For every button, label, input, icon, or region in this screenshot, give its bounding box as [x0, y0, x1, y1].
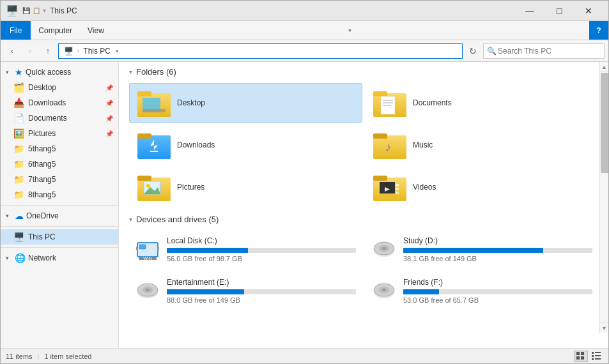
qa-chevron-icon: ▾ [6, 69, 12, 75]
sidebar-downloads-label: Downloads [28, 98, 66, 107]
minimize-button[interactable]: — [515, 1, 544, 21]
scrollbar[interactable]: ▲ ▼ [599, 62, 608, 333]
svg-rect-36 [136, 246, 138, 250]
menu-help[interactable]: ? [589, 21, 608, 40]
onedrive-header[interactable]: ▾ ☁ OneDrive [1, 208, 118, 224]
forward-button[interactable]: › [22, 43, 38, 59]
details-view-btn[interactable] [589, 351, 603, 362]
drive-c-space: 56.0 GB free of 98.7 GB [167, 255, 356, 262]
svg-rect-16 [373, 133, 387, 139]
menu-bar: File Computer View ▾ ? [1, 21, 608, 40]
quick-access-label: Quick access [26, 68, 71, 77]
svg-rect-56 [592, 355, 594, 357]
sidebar-item-downloads[interactable]: 📥 Downloads 📌 [1, 95, 118, 110]
sidebar-8thang5-label: 8thang5 [28, 190, 56, 199]
svg-rect-59 [595, 358, 601, 360]
drive-c-icon: WIN [135, 238, 160, 262]
drives-section-title: Devices and drives (5) [136, 215, 219, 224]
sidebar-item-6thang5[interactable]: 📁 6thang5 [1, 156, 118, 172]
svg-rect-2 [137, 91, 151, 96]
pin-icon-downloads: 📌 [105, 100, 113, 107]
drive-item-e[interactable]: Entertainment (E:) 88.0 GB free of 149 G… [129, 272, 362, 310]
documents-folder-name: Documents [413, 98, 452, 107]
drive-d-bar-bg [403, 248, 592, 253]
drive-f-space: 53.0 GB free of 65.7 GB [403, 296, 592, 304]
drives-section-header[interactable]: ▾ Devices and drives (5) [129, 215, 598, 224]
svg-text:WIN: WIN [143, 255, 152, 260]
address-breadcrumb[interactable]: 🖥️ › This PC ▾ [58, 43, 463, 59]
folder-item-music[interactable]: ♪ Music [365, 125, 598, 165]
drives-grid: WIN Local Disk (C:) 56.0 GB free of 98.7… [129, 231, 598, 310]
sidebar-item-7thang5[interactable]: 📁 7thang5 [1, 172, 118, 187]
drive-c-bar-bg [167, 248, 356, 253]
drive-d-info: Study (D:) 38.1 GB free of 149 GB [403, 236, 592, 262]
network-chevron-icon: ▾ [6, 255, 12, 261]
svg-rect-6 [373, 91, 387, 96]
search-wrapper: 🔍 [483, 43, 605, 59]
drive-f-bar-fill [403, 289, 439, 294]
search-input[interactable] [483, 43, 605, 59]
drive-d-space: 38.1 GB free of 149 GB [403, 255, 592, 262]
qa-dropdown-icon[interactable]: ▾ [43, 7, 46, 14]
sidebar-section-thispc: 🖥️ This PC [1, 229, 118, 245]
svg-rect-27 [396, 184, 399, 186]
scroll-up-btn[interactable]: ▲ [600, 62, 609, 72]
folder-item-videos[interactable]: Videos [365, 167, 598, 207]
videos-folder-name: Videos [413, 183, 436, 192]
drive-c-info: Local Disk (C:) 56.0 GB free of 98.7 GB [167, 236, 356, 262]
address-bar: ‹ › ↑ 🖥️ › This PC ▾ ↻ 🔍 [1, 40, 608, 62]
network-label: Network [28, 254, 56, 262]
svg-point-21 [146, 184, 150, 188]
downloads-folder-icon-large [137, 131, 171, 159]
menu-file[interactable]: File [1, 21, 31, 40]
sidebar-6thang5-label: 6thang5 [28, 160, 56, 169]
folders-section-header[interactable]: ▾ Folders (6) [129, 67, 598, 77]
pictures-folder-icon-large [137, 173, 171, 201]
drive-item-c[interactable]: WIN Local Disk (C:) 56.0 GB free of 98.7… [129, 231, 362, 268]
drive-item-d[interactable]: Study (D:) 38.1 GB free of 149 GB [366, 231, 598, 268]
svg-rect-37 [157, 246, 159, 250]
pictures-folder-name: Pictures [177, 183, 204, 192]
ribbon-expand-icon[interactable]: ▾ [348, 21, 351, 40]
large-icons-view-btn[interactable] [574, 351, 588, 362]
folder-item-desktop[interactable]: Desktop [129, 83, 362, 123]
folder-item-pictures[interactable]: Pictures [129, 167, 362, 207]
thispc-icon: 🖥️ [13, 232, 24, 242]
computer-icon: 🖥️ [64, 47, 73, 56]
menu-computer[interactable]: Computer [31, 21, 80, 40]
up-button[interactable]: ↑ [40, 43, 56, 59]
sidebar-item-thispc[interactable]: 🖥️ This PC [1, 229, 118, 245]
folders-grid: Desktop [129, 83, 598, 207]
sidebar-pictures-label: Pictures [28, 129, 56, 138]
folder-8-icon: 📁 [13, 190, 24, 200]
svg-rect-19 [137, 176, 151, 181]
sidebar-documents-label: Documents [28, 114, 67, 123]
scroll-down-btn[interactable]: ▼ [600, 322, 609, 333]
downloads-folder-icon: 📥 [13, 98, 24, 108]
sidebar-item-pictures[interactable]: 🖼️ Pictures 📌 [1, 126, 118, 141]
back-button[interactable]: ‹ [4, 43, 20, 59]
drive-d-bar-fill [403, 248, 543, 253]
close-button[interactable]: ✕ [574, 1, 603, 21]
refresh-button[interactable]: ↻ [465, 43, 481, 59]
menu-view[interactable]: View [80, 21, 112, 40]
sidebar-item-documents[interactable]: 📄 Documents 📌 [1, 110, 118, 126]
svg-point-41 [382, 247, 386, 250]
maximize-button[interactable]: □ [544, 1, 574, 21]
svg-text:♪: ♪ [385, 140, 391, 154]
scroll-track [600, 72, 608, 322]
scroll-thumb[interactable] [601, 73, 608, 173]
properties-icon: 📋 [33, 7, 40, 14]
network-header[interactable]: ▾ 🌐 Network [1, 250, 118, 266]
desktop-folder-icon-large [137, 89, 171, 117]
folder-item-downloads[interactable]: Downloads [129, 125, 362, 165]
folder-item-documents[interactable]: Documents [365, 83, 598, 123]
quick-access-header[interactable]: ▾ ★ Quick access [1, 64, 118, 80]
sidebar-item-8thang5[interactable]: 📁 8thang5 [1, 187, 118, 202]
path-dropdown-icon[interactable]: ▾ [116, 48, 119, 54]
content-scroll[interactable]: ▾ Folders (6) [119, 62, 608, 348]
drive-e-bar-bg [167, 289, 356, 294]
drive-item-f[interactable]: Friends (F:) 53.0 GB free of 65.7 GB [366, 272, 598, 310]
sidebar-item-5thang5[interactable]: 📁 5thang5 [1, 141, 118, 156]
sidebar-item-desktop[interactable]: 🗂️ Desktop 📌 [1, 80, 118, 95]
